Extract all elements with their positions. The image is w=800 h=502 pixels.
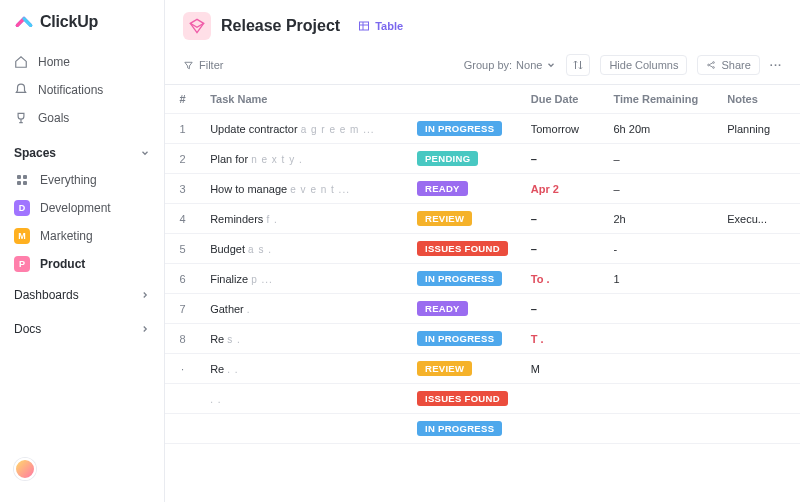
time-cell[interactable] (603, 414, 717, 444)
time-cell[interactable]: 2h (603, 204, 717, 234)
due-cell[interactable]: T . (521, 324, 604, 354)
status-cell[interactable]: REVIEW (407, 204, 521, 234)
notes-cell[interactable]: Execu... (717, 204, 800, 234)
spaces-heading[interactable]: Spaces (0, 132, 164, 166)
due-cell[interactable]: Apr 2 (521, 174, 604, 204)
task-name-cell[interactable]: Re s . (200, 324, 407, 354)
docs-section[interactable]: Docs (0, 312, 164, 346)
due-cell[interactable]: To . (521, 264, 604, 294)
notes-cell[interactable] (717, 174, 800, 204)
group-by-button[interactable]: Group by: None (464, 59, 557, 71)
bell-icon (14, 83, 28, 97)
due-cell[interactable]: – (521, 144, 604, 174)
notes-cell[interactable] (717, 144, 800, 174)
table-row[interactable]: 1 Update contractor a g r e e m ... IN P… (165, 114, 800, 144)
due-cell[interactable]: Tomorrow (521, 114, 604, 144)
status-cell[interactable]: IN PROGRESS (407, 114, 521, 144)
notes-cell[interactable] (717, 294, 800, 324)
dashboards-section[interactable]: Dashboards (0, 278, 164, 312)
status-badge: IN PROGRESS (417, 121, 502, 136)
table-row[interactable]: 6 Finalize p ... IN PROGRESS To . 1 (165, 264, 800, 294)
nav-goals[interactable]: Goals (0, 104, 164, 132)
status-cell[interactable]: REVIEW (407, 354, 521, 384)
table-row[interactable]: IN PROGRESS (165, 414, 800, 444)
task-name-cell[interactable] (200, 414, 407, 444)
table-row[interactable]: 4 Reminders f . REVIEW – 2h Execu... (165, 204, 800, 234)
status-cell[interactable]: ISSUES FOUND (407, 384, 521, 414)
sort-icon (572, 59, 584, 71)
time-cell[interactable]: – (603, 174, 717, 204)
task-name-cell[interactable]: Update contractor a g r e e m ... (200, 114, 407, 144)
table-row[interactable]: 2 Plan for n e x t y . PENDING – – (165, 144, 800, 174)
status-cell[interactable]: ISSUES FOUND (407, 234, 521, 264)
table-row[interactable]: 3 How to manage e v e n t ... READY Apr … (165, 174, 800, 204)
task-name-cell[interactable]: Finalize p ... (200, 264, 407, 294)
svg-point-1 (708, 64, 710, 66)
due-cell[interactable] (521, 414, 604, 444)
notes-cell[interactable]: Planning (717, 114, 800, 144)
task-name-cell[interactable]: Budget a s . (200, 234, 407, 264)
time-cell[interactable] (603, 324, 717, 354)
due-cell[interactable] (521, 384, 604, 414)
due-cell[interactable]: M (521, 354, 604, 384)
notes-cell[interactable] (717, 354, 800, 384)
task-name-cell[interactable]: . . (200, 384, 407, 414)
more-button[interactable]: ··· (770, 59, 782, 71)
col-header-time[interactable]: Time Remaining (603, 85, 717, 114)
col-header-notes[interactable]: Notes (717, 85, 800, 114)
avatar[interactable] (14, 458, 36, 480)
time-cell[interactable]: - (603, 234, 717, 264)
col-header-due[interactable]: Due Date (521, 85, 604, 114)
status-cell[interactable]: PENDING (407, 144, 521, 174)
space-everything[interactable]: Everything (0, 166, 164, 194)
task-name-cell[interactable]: Plan for n e x t y . (200, 144, 407, 174)
user-avatar-row (0, 448, 164, 490)
task-name-cell[interactable]: Reminders f . (200, 204, 407, 234)
notes-cell[interactable] (717, 324, 800, 354)
task-name-cell[interactable]: How to manage e v e n t ... (200, 174, 407, 204)
hide-columns-button[interactable]: Hide Columns (600, 55, 687, 75)
status-cell[interactable]: READY (407, 294, 521, 324)
due-cell[interactable]: – (521, 294, 604, 324)
table-row[interactable]: · Re . . REVIEW M (165, 354, 800, 384)
due-cell[interactable]: – (521, 204, 604, 234)
logo[interactable]: ClickUp (0, 12, 164, 48)
table-row[interactable]: 8 Re s . IN PROGRESS T . (165, 324, 800, 354)
sort-button[interactable] (566, 54, 590, 76)
table-row[interactable]: . . ISSUES FOUND (165, 384, 800, 414)
status-cell[interactable]: IN PROGRESS (407, 414, 521, 444)
time-cell[interactable] (603, 294, 717, 324)
filter-button[interactable]: Filter (183, 59, 223, 71)
space-item[interactable]: PProduct (0, 250, 164, 278)
time-cell[interactable] (603, 354, 717, 384)
space-item[interactable]: MMarketing (0, 222, 164, 250)
table-row[interactable]: 5 Budget a s . ISSUES FOUND – - (165, 234, 800, 264)
time-cell[interactable]: – (603, 144, 717, 174)
space-item[interactable]: DDevelopment (0, 194, 164, 222)
col-header-number[interactable]: # (165, 85, 200, 114)
table-row[interactable]: 7 Gather . READY – (165, 294, 800, 324)
col-header-status[interactable] (407, 85, 521, 114)
time-cell[interactable]: 6h 20m (603, 114, 717, 144)
status-cell[interactable]: IN PROGRESS (407, 264, 521, 294)
nav-notifications[interactable]: Notifications (0, 76, 164, 104)
notes-cell[interactable] (717, 264, 800, 294)
status-cell[interactable]: IN PROGRESS (407, 324, 521, 354)
chevron-down-icon (546, 60, 556, 70)
notes-cell[interactable] (717, 234, 800, 264)
col-header-name[interactable]: Task Name (200, 85, 407, 114)
due-cell[interactable]: – (521, 234, 604, 264)
nav-home[interactable]: Home (0, 48, 164, 76)
task-name-cell[interactable]: Re . . (200, 354, 407, 384)
row-number: 6 (165, 264, 200, 294)
notes-cell[interactable] (717, 384, 800, 414)
time-cell[interactable]: 1 (603, 264, 717, 294)
project-icon[interactable] (183, 12, 211, 40)
task-name-cell[interactable]: Gather . (200, 294, 407, 324)
status-cell[interactable]: READY (407, 174, 521, 204)
view-table[interactable]: Table (350, 16, 411, 36)
time-cell[interactable] (603, 384, 717, 414)
row-number: 4 (165, 204, 200, 234)
share-button[interactable]: Share (697, 55, 759, 75)
notes-cell[interactable] (717, 414, 800, 444)
